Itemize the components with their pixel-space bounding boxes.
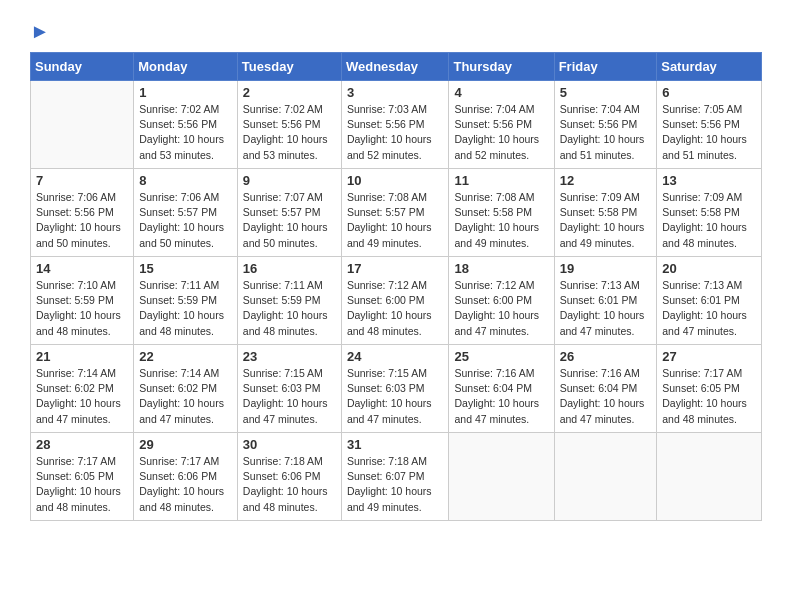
info-line: Daylight: 10 hours — [662, 221, 747, 233]
info-line: and 48 minutes. — [662, 237, 737, 249]
info-line: Sunset: 6:01 PM — [662, 294, 740, 306]
cal-cell: 26Sunrise: 7:16 AMSunset: 6:04 PMDayligh… — [554, 345, 657, 433]
info-line: Sunrise: 7:12 AM — [454, 279, 534, 291]
cal-cell: 20Sunrise: 7:13 AMSunset: 6:01 PMDayligh… — [657, 257, 762, 345]
info-line: and 47 minutes. — [662, 325, 737, 337]
week-row-5: 28Sunrise: 7:17 AMSunset: 6:05 PMDayligh… — [31, 433, 762, 521]
info-line: and 47 minutes. — [454, 325, 529, 337]
col-header-thursday: Thursday — [449, 53, 554, 81]
info-line: and 49 minutes. — [347, 237, 422, 249]
day-number: 21 — [36, 349, 128, 364]
day-info: Sunrise: 7:08 AMSunset: 5:57 PMDaylight:… — [347, 190, 444, 251]
info-line: Sunrise: 7:10 AM — [36, 279, 116, 291]
day-number: 26 — [560, 349, 652, 364]
cal-cell: 6Sunrise: 7:05 AMSunset: 5:56 PMDaylight… — [657, 81, 762, 169]
info-line: and 52 minutes. — [454, 149, 529, 161]
info-line: and 47 minutes. — [243, 413, 318, 425]
info-line: Daylight: 10 hours — [139, 397, 224, 409]
info-line: Sunrise: 7:02 AM — [139, 103, 219, 115]
col-header-monday: Monday — [134, 53, 238, 81]
info-line: Sunset: 5:59 PM — [243, 294, 321, 306]
info-line: Sunset: 6:06 PM — [139, 470, 217, 482]
info-line: Daylight: 10 hours — [560, 309, 645, 321]
info-line: and 53 minutes. — [139, 149, 214, 161]
day-info: Sunrise: 7:11 AMSunset: 5:59 PMDaylight:… — [243, 278, 336, 339]
cal-cell — [554, 433, 657, 521]
week-row-3: 14Sunrise: 7:10 AMSunset: 5:59 PMDayligh… — [31, 257, 762, 345]
info-line: Sunrise: 7:03 AM — [347, 103, 427, 115]
day-number: 4 — [454, 85, 548, 100]
cal-cell — [31, 81, 134, 169]
info-line: Sunrise: 7:18 AM — [243, 455, 323, 467]
info-line: and 48 minutes. — [36, 501, 111, 513]
info-line: and 48 minutes. — [36, 325, 111, 337]
day-number: 5 — [560, 85, 652, 100]
info-line: Daylight: 10 hours — [662, 133, 747, 145]
info-line: Daylight: 10 hours — [347, 485, 432, 497]
info-line: Sunset: 6:02 PM — [139, 382, 217, 394]
info-line: Sunrise: 7:18 AM — [347, 455, 427, 467]
day-info: Sunrise: 7:09 AMSunset: 5:58 PMDaylight:… — [662, 190, 756, 251]
day-info: Sunrise: 7:15 AMSunset: 6:03 PMDaylight:… — [243, 366, 336, 427]
info-line: Daylight: 10 hours — [454, 221, 539, 233]
cal-cell: 29Sunrise: 7:17 AMSunset: 6:06 PMDayligh… — [134, 433, 238, 521]
col-header-friday: Friday — [554, 53, 657, 81]
info-line: Daylight: 10 hours — [347, 133, 432, 145]
cal-cell — [657, 433, 762, 521]
day-info: Sunrise: 7:15 AMSunset: 6:03 PMDaylight:… — [347, 366, 444, 427]
header-row: SundayMondayTuesdayWednesdayThursdayFrid… — [31, 53, 762, 81]
calendar-table: SundayMondayTuesdayWednesdayThursdayFrid… — [30, 52, 762, 521]
day-number: 10 — [347, 173, 444, 188]
info-line: Daylight: 10 hours — [560, 397, 645, 409]
info-line: Daylight: 10 hours — [139, 309, 224, 321]
info-line: and 50 minutes. — [139, 237, 214, 249]
day-info: Sunrise: 7:13 AMSunset: 6:01 PMDaylight:… — [662, 278, 756, 339]
info-line: Daylight: 10 hours — [243, 309, 328, 321]
info-line: Sunrise: 7:13 AM — [560, 279, 640, 291]
cal-cell: 18Sunrise: 7:12 AMSunset: 6:00 PMDayligh… — [449, 257, 554, 345]
info-line: Sunrise: 7:08 AM — [454, 191, 534, 203]
day-number: 23 — [243, 349, 336, 364]
info-line: Sunset: 5:57 PM — [139, 206, 217, 218]
cal-cell: 13Sunrise: 7:09 AMSunset: 5:58 PMDayligh… — [657, 169, 762, 257]
info-line: Daylight: 10 hours — [139, 485, 224, 497]
day-info: Sunrise: 7:09 AMSunset: 5:58 PMDaylight:… — [560, 190, 652, 251]
info-line: Daylight: 10 hours — [36, 397, 121, 409]
info-line: Sunrise: 7:02 AM — [243, 103, 323, 115]
info-line: Sunset: 5:56 PM — [454, 118, 532, 130]
info-line: Sunrise: 7:12 AM — [347, 279, 427, 291]
info-line: Daylight: 10 hours — [560, 133, 645, 145]
info-line: Sunrise: 7:06 AM — [139, 191, 219, 203]
info-line: Sunset: 6:05 PM — [662, 382, 740, 394]
cal-cell: 10Sunrise: 7:08 AMSunset: 5:57 PMDayligh… — [341, 169, 449, 257]
info-line: Sunrise: 7:06 AM — [36, 191, 116, 203]
info-line: Daylight: 10 hours — [243, 221, 328, 233]
cal-cell: 25Sunrise: 7:16 AMSunset: 6:04 PMDayligh… — [449, 345, 554, 433]
day-info: Sunrise: 7:02 AMSunset: 5:56 PMDaylight:… — [243, 102, 336, 163]
info-line: and 47 minutes. — [454, 413, 529, 425]
col-header-saturday: Saturday — [657, 53, 762, 81]
cal-cell: 4Sunrise: 7:04 AMSunset: 5:56 PMDaylight… — [449, 81, 554, 169]
page: ► SundayMondayTuesdayWednesdayThursdayFr… — [0, 0, 792, 612]
cal-cell: 23Sunrise: 7:15 AMSunset: 6:03 PMDayligh… — [237, 345, 341, 433]
cal-cell: 11Sunrise: 7:08 AMSunset: 5:58 PMDayligh… — [449, 169, 554, 257]
info-line: Sunset: 5:57 PM — [243, 206, 321, 218]
cal-cell: 2Sunrise: 7:02 AMSunset: 5:56 PMDaylight… — [237, 81, 341, 169]
cal-cell: 28Sunrise: 7:17 AMSunset: 6:05 PMDayligh… — [31, 433, 134, 521]
info-line: Daylight: 10 hours — [36, 485, 121, 497]
info-line: Sunrise: 7:13 AM — [662, 279, 742, 291]
info-line: Daylight: 10 hours — [243, 485, 328, 497]
col-header-wednesday: Wednesday — [341, 53, 449, 81]
cal-cell: 24Sunrise: 7:15 AMSunset: 6:03 PMDayligh… — [341, 345, 449, 433]
info-line: Daylight: 10 hours — [243, 397, 328, 409]
info-line: Sunset: 6:07 PM — [347, 470, 425, 482]
info-line: and 48 minutes. — [347, 325, 422, 337]
day-info: Sunrise: 7:06 AMSunset: 5:57 PMDaylight:… — [139, 190, 232, 251]
info-line: and 53 minutes. — [243, 149, 318, 161]
day-info: Sunrise: 7:12 AMSunset: 6:00 PMDaylight:… — [454, 278, 548, 339]
info-line: Sunrise: 7:17 AM — [139, 455, 219, 467]
info-line: Daylight: 10 hours — [454, 397, 539, 409]
day-info: Sunrise: 7:14 AMSunset: 6:02 PMDaylight:… — [139, 366, 232, 427]
info-line: Sunset: 6:00 PM — [454, 294, 532, 306]
day-number: 16 — [243, 261, 336, 276]
